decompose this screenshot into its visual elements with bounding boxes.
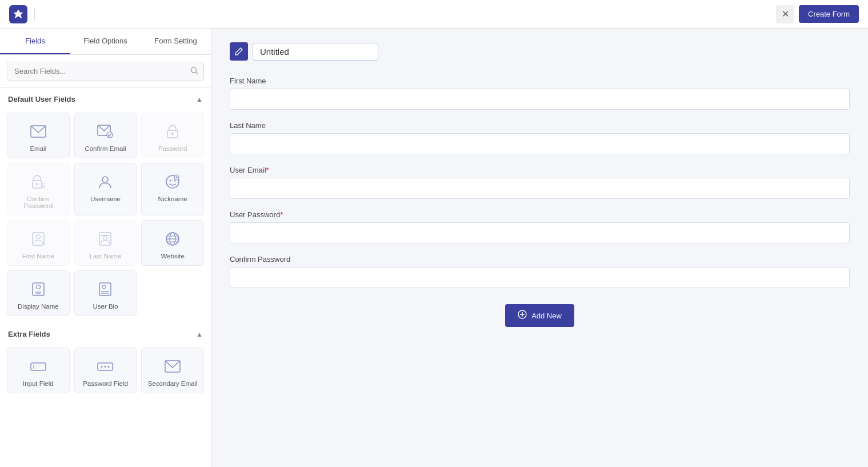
first-name-field-input[interactable] bbox=[230, 89, 850, 110]
add-new-button[interactable]: Add New bbox=[505, 304, 574, 327]
svg-point-21 bbox=[103, 237, 107, 240]
default-user-fields-toggle[interactable]: ▲ bbox=[196, 95, 203, 103]
last-name-field-input[interactable] bbox=[230, 133, 850, 154]
field-item-website[interactable]: Website bbox=[141, 220, 204, 266]
form-field-last-name: Last Name bbox=[230, 121, 850, 154]
main-layout: Fields Field Options Form Setting Defaul… bbox=[0, 29, 868, 467]
topbar: ✕ Create Form bbox=[0, 0, 868, 29]
field-item-last-name[interactable]: Last Name bbox=[74, 220, 137, 266]
extra-fields-header: Extra Fields ▲ bbox=[0, 323, 211, 343]
search-container bbox=[0, 55, 211, 88]
plus-icon bbox=[518, 310, 527, 321]
field-item-password-field[interactable]: Password Field bbox=[74, 348, 137, 393]
sidebar: Fields Field Options Form Setting Defaul… bbox=[0, 29, 211, 467]
default-user-fields-label: Default User Fields bbox=[8, 95, 75, 103]
last-name-field-label: Last Name bbox=[230, 121, 850, 130]
create-form-button[interactable]: Create Form bbox=[799, 5, 859, 23]
field-item-user-bio[interactable]: User Bio bbox=[74, 270, 137, 316]
field-item-secondary-email[interactable]: Secondary Email bbox=[141, 348, 204, 393]
user-bio-icon bbox=[96, 280, 114, 298]
field-item-password[interactable]: Password bbox=[141, 113, 204, 158]
svg-rect-20 bbox=[101, 235, 109, 236]
user-email-field-label: User Email* bbox=[230, 166, 850, 174]
field-nickname-label: Nickname bbox=[158, 195, 187, 202]
field-user-bio-label: User Bio bbox=[93, 303, 118, 310]
field-item-confirm-password[interactable]: Confirm Password bbox=[7, 163, 70, 215]
password-icon bbox=[163, 122, 182, 141]
field-item-first-name[interactable]: First Name bbox=[7, 220, 70, 266]
extra-fields-grid: Input Field Password Field bbox=[0, 343, 211, 400]
topbar-divider bbox=[34, 7, 35, 21]
form-field-first-name: First Name bbox=[230, 77, 850, 110]
logo-icon bbox=[9, 5, 27, 23]
input-field-icon bbox=[29, 357, 47, 376]
sidebar-tabs: Fields Field Options Form Setting bbox=[0, 29, 211, 55]
field-email-label: Email bbox=[30, 145, 46, 152]
field-item-username[interactable]: Username bbox=[74, 163, 137, 215]
field-password-label: Password bbox=[158, 145, 187, 152]
password-field-icon bbox=[96, 357, 114, 376]
svg-point-18 bbox=[36, 235, 40, 239]
add-new-wrap: Add New bbox=[230, 304, 850, 327]
svg-rect-33 bbox=[31, 363, 46, 370]
user-email-field-input[interactable] bbox=[230, 178, 850, 199]
topbar-right: ✕ Create Form bbox=[776, 5, 859, 23]
svg-point-26 bbox=[36, 285, 40, 289]
confirm-email-icon bbox=[96, 122, 114, 141]
svg-line-1 bbox=[196, 72, 198, 74]
svg-point-36 bbox=[101, 366, 103, 368]
content-area: First Name Last Name User Email* User Pa… bbox=[211, 29, 868, 467]
form-fields-container: First Name Last Name User Email* User Pa… bbox=[230, 77, 850, 288]
pencil-icon bbox=[230, 42, 248, 61]
website-icon bbox=[163, 230, 182, 248]
email-icon bbox=[29, 122, 47, 141]
svg-point-13 bbox=[174, 180, 176, 182]
tab-fields[interactable]: Fields bbox=[0, 29, 70, 54]
field-secondary-email-label: Secondary Email bbox=[148, 380, 198, 387]
field-username-label: Username bbox=[90, 195, 121, 202]
confirm-password-field-input[interactable] bbox=[230, 267, 850, 288]
first-name-field-label: First Name bbox=[230, 77, 850, 85]
field-confirm-password-label: Confirm Password bbox=[12, 195, 65, 209]
default-user-fields-grid: Email Confirm Email bbox=[0, 108, 211, 323]
last-name-icon bbox=[96, 230, 114, 248]
first-name-icon bbox=[29, 230, 47, 248]
form-field-confirm-password: Confirm Password bbox=[230, 255, 850, 288]
field-confirm-email-label: Confirm Email bbox=[85, 145, 126, 152]
form-field-user-email: User Email* bbox=[230, 166, 850, 199]
user-password-field-label: User Password* bbox=[230, 210, 850, 219]
username-icon bbox=[96, 173, 114, 191]
svg-point-6 bbox=[171, 133, 174, 135]
svg-rect-29 bbox=[99, 283, 111, 296]
svg-point-30 bbox=[102, 285, 106, 289]
field-password-field-label: Password Field bbox=[83, 380, 128, 387]
close-button[interactable]: ✕ bbox=[776, 5, 794, 23]
form-title-input[interactable] bbox=[253, 43, 378, 61]
field-first-name-label: First Name bbox=[22, 253, 54, 260]
field-item-nickname[interactable]: Nickname bbox=[141, 163, 204, 215]
field-display-name-label: Display Name bbox=[18, 303, 59, 310]
extra-fields-toggle[interactable]: ▲ bbox=[196, 330, 203, 338]
tab-field-options[interactable]: Field Options bbox=[70, 29, 141, 54]
field-item-email[interactable]: Email bbox=[7, 113, 70, 158]
confirm-password-field-label: Confirm Password bbox=[230, 255, 850, 264]
form-field-user-password: User Password* bbox=[230, 210, 850, 244]
search-input[interactable] bbox=[7, 62, 204, 81]
secondary-email-icon bbox=[163, 357, 182, 376]
nickname-icon bbox=[163, 173, 182, 191]
field-item-confirm-email[interactable]: Confirm Email bbox=[74, 113, 137, 158]
field-website-label: Website bbox=[161, 253, 184, 260]
svg-point-8 bbox=[36, 183, 38, 185]
user-password-field-input[interactable] bbox=[230, 222, 850, 244]
extra-fields-label: Extra Fields bbox=[8, 330, 50, 338]
tab-form-setting[interactable]: Form Setting bbox=[141, 29, 211, 54]
svg-point-38 bbox=[108, 366, 110, 368]
display-name-icon bbox=[29, 280, 47, 298]
field-item-display-name[interactable]: Display Name bbox=[7, 270, 70, 316]
field-last-name-label: Last Name bbox=[90, 253, 122, 260]
field-item-input-field[interactable]: Input Field bbox=[7, 348, 70, 393]
add-new-label: Add New bbox=[531, 312, 562, 320]
svg-point-37 bbox=[105, 366, 106, 368]
search-icon bbox=[190, 66, 198, 76]
field-input-field-label: Input Field bbox=[23, 380, 54, 387]
